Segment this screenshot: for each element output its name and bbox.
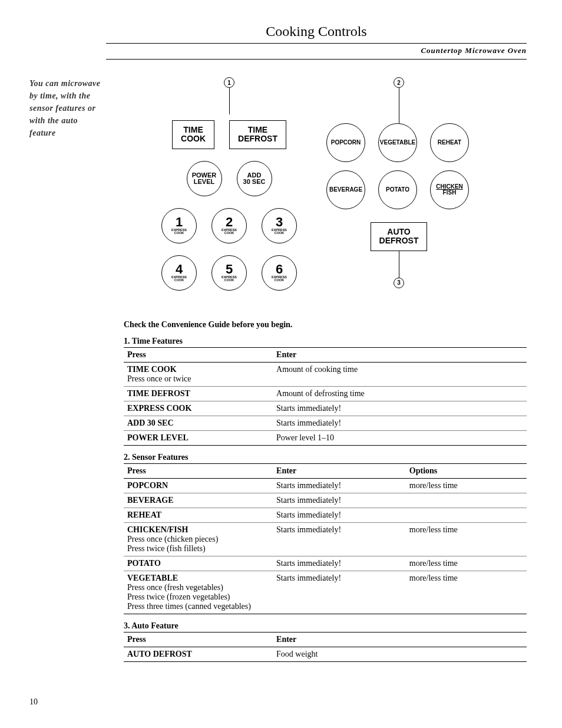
vegetable-button: VEGETABLE [378,123,417,162]
power-level-button: POWER LEVEL [187,161,222,196]
auto-defrost-button: AUTO DEFROST [371,222,428,251]
popcorn-button: POPCORN [326,123,365,162]
table-row: POTATOStarts immediately!more/less time [124,556,527,571]
express-5-button: 5EXPRESS COOK [211,255,247,291]
express-4-button: 4EXPRESS COOK [161,255,197,291]
product-subtitle: Countertop Microwave Oven [29,46,527,55]
express-3-button: 3EXPRESS COOK [262,208,297,243]
auto-feature-table: Press Enter AUTO DEFROSTFood weight [124,632,527,662]
table-row: BEVERAGEStarts immediately! [124,493,527,508]
time-cook-button: TIME COOK [172,120,214,149]
callout-2: 2 [394,77,404,88]
page-number: 10 [29,697,527,707]
lead-text: Check the Convenience Guide before you b… [124,320,527,330]
express-6-button: 6EXPRESS COOK [262,255,297,291]
beverage-button: BEVERAGE [326,170,365,209]
time-cluster: 1 TIME COOK TIME DEFROST POWER LEVEL ADD… [161,77,297,297]
page-title: Cooking Controls [29,24,527,39]
callout-3: 3 [394,278,404,288]
table-row: EXPRESS COOKStarts immediately! [124,401,527,416]
express-2-button: 2EXPRESS COOK [211,208,247,243]
reheat-button: REHEAT [430,123,469,162]
connector-line [229,88,230,114]
connector-line [399,88,399,123]
callout-1: 1 [224,77,234,88]
time-features-table: Press Enter TIME COOKPress once or twice… [124,347,527,446]
table-row: REHEATStarts immediately! [124,508,527,522]
col-enter: Enter [273,632,527,647]
table-row: CHICKEN/FISH Press once (chicken pieces)… [124,522,527,556]
table-row: POPCORNStarts immediately!more/less time [124,478,527,493]
time-defrost-button: TIME DEFROST [229,120,286,149]
side-note: You can microwave by time, with the sens… [29,77,106,139]
control-diagram: 1 TIME COOK TIME DEFROST POWER LEVEL ADD… [106,77,527,314]
col-press: Press [124,463,273,478]
col-options: Options [406,463,527,478]
potato-button: POTATO [378,170,417,209]
sensor-cluster: 2 POPCORN VEGETABLE REHEAT BEVERAGE POTA… [326,77,471,297]
section-heading-sensor: 2. Sensor Features [124,453,527,462]
divider [106,59,527,60]
table-row: POWER LEVELPower level 1–10 [124,430,527,445]
table-row: AUTO DEFROSTFood weight [124,647,527,661]
table-row: ADD 30 SECStarts immediately! [124,416,527,430]
col-enter: Enter [273,347,527,362]
divider [106,43,527,44]
section-heading-auto: 3. Auto Feature [124,621,527,631]
sensor-features-table: Press Enter Options POPCORNStarts immedi… [124,463,527,614]
col-press: Press [124,632,273,647]
connector-line [399,251,399,278]
col-press: Press [124,347,273,362]
table-row: TIME COOKPress once or twice Amount of c… [124,362,527,386]
table-row: VEGETABLE Press once (fresh vegetables) … [124,571,527,614]
table-row: TIME DEFROSTAmount of defrosting time [124,386,527,401]
chicken-fish-button: CHICKEN FISH [430,170,469,209]
express-1-button: 1EXPRESS COOK [161,208,197,243]
add-30-sec-button: ADD 30 SEC [237,161,272,196]
col-enter: Enter [273,463,406,478]
section-heading-time: 1. Time Features [124,337,527,346]
